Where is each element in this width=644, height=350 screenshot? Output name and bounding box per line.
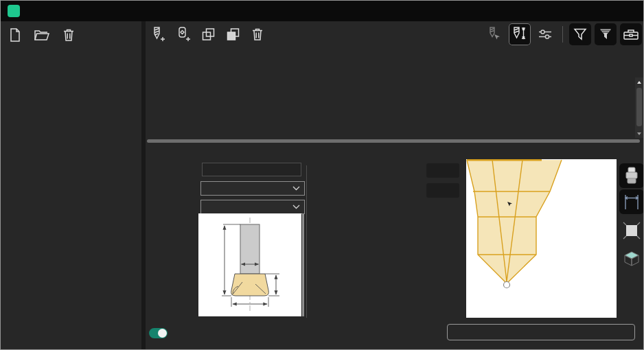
library-tree [1, 47, 141, 347]
view-options-icon[interactable] [534, 23, 556, 45]
toolbar-separator [562, 26, 563, 43]
new-library-icon[interactable] [8, 27, 23, 43]
tool-actions-group [150, 26, 265, 43]
chevron-down-icon [292, 186, 300, 191]
tools-dialog [0, 0, 644, 350]
toggle-knob [158, 329, 167, 338]
diagram-scrollbar[interactable] [302, 213, 304, 316]
filter-applied-icon[interactable] [595, 23, 617, 45]
scroll-up-icon[interactable] [635, 78, 643, 86]
tool-dimension-diagram [198, 213, 301, 316]
select-tool-button[interactable] [447, 324, 635, 340]
app-icon [8, 5, 20, 17]
delete-tool-icon[interactable] [250, 27, 265, 42]
cube-view-icon[interactable] [619, 247, 644, 269]
dimensions-view-icon[interactable] [619, 189, 644, 214]
hscrollbar-thumb[interactable] [147, 139, 640, 143]
delete-library-icon[interactable] [61, 27, 76, 43]
length-field[interactable] [426, 163, 459, 178]
open-library-icon[interactable] [34, 27, 50, 43]
library-toolbar [3, 24, 76, 46]
duplicate-tool-icon[interactable] [225, 27, 241, 43]
tool-name-field[interactable] [202, 163, 301, 176]
preview-toolbar [619, 163, 644, 269]
scrollbar-thumb[interactable] [636, 88, 642, 126]
chevron-down-icon [292, 205, 300, 209]
filter-icon[interactable] [569, 23, 591, 45]
title-bar [1, 1, 643, 21]
scroll-down-icon[interactable] [635, 129, 643, 138]
add-tool-icon[interactable] [150, 26, 166, 43]
copy-tool-icon[interactable] [200, 27, 216, 43]
view-filter-group [483, 23, 642, 45]
tools-panel [146, 21, 643, 349]
fit-view-icon[interactable] [619, 220, 644, 242]
add-tool-template-icon[interactable] [175, 26, 192, 43]
tool-dimensions-icon[interactable] [509, 23, 531, 45]
table-vertical-scrollbar[interactable] [635, 78, 643, 138]
show-properties-toggle[interactable] [149, 328, 168, 338]
tool-group-select[interactable] [200, 181, 305, 196]
form-divider [306, 165, 307, 318]
subtype-select[interactable] [200, 200, 305, 214]
library-panel [1, 21, 141, 349]
working-length-field[interactable] [426, 183, 459, 198]
tools-toolbar [146, 21, 643, 47]
holder-view-icon[interactable] [619, 163, 644, 188]
toolbox-icon[interactable] [620, 23, 642, 45]
table-horizontal-scrollbar[interactable] [147, 139, 640, 143]
tool-3d-preview[interactable] [466, 159, 617, 318]
select-tool-icon[interactable] [483, 23, 505, 45]
